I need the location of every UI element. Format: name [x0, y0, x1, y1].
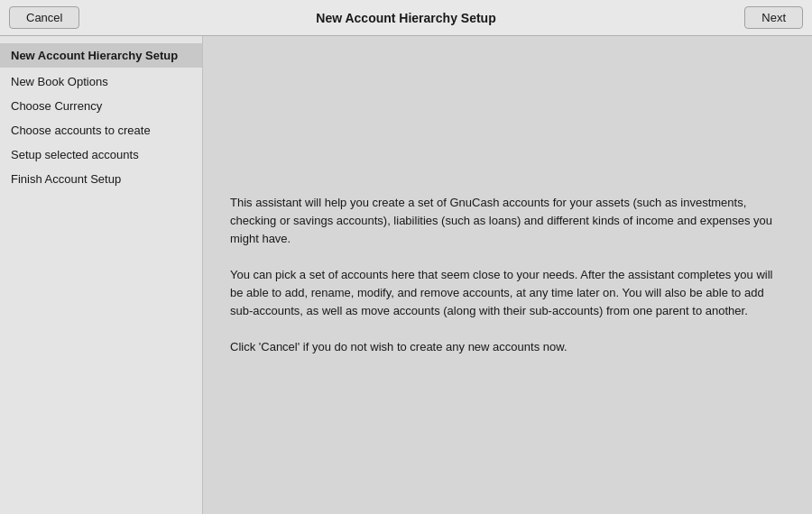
- sidebar-item-choose-accounts[interactable]: Choose accounts to create: [0, 118, 202, 142]
- sidebar-item-setup-accounts[interactable]: Setup selected accounts: [0, 142, 202, 167]
- content-paragraph-1: This assistant will help you create a se…: [230, 194, 785, 248]
- header-bar: Cancel New Account Hierarchy Setup Next: [0, 0, 812, 36]
- sidebar-item-new-book-options[interactable]: New Book Options: [0, 69, 202, 94]
- sidebar-item-choose-currency[interactable]: Choose Currency: [0, 94, 202, 118]
- sidebar: New Account Hierarchy Setup New Book Opt…: [0, 36, 203, 514]
- content-paragraph-2: You can pick a set of accounts here that…: [230, 266, 785, 320]
- sidebar-header: New Account Hierarchy Setup: [0, 43, 202, 68]
- cancel-button[interactable]: Cancel: [9, 6, 79, 29]
- sidebar-item-finish-setup[interactable]: Finish Account Setup: [0, 167, 202, 191]
- dialog-title: New Account Hierarchy Setup: [316, 11, 495, 25]
- main-layout: New Account Hierarchy Setup New Book Opt…: [0, 36, 812, 514]
- next-button[interactable]: Next: [744, 6, 803, 29]
- content-area: This assistant will help you create a se…: [203, 36, 812, 514]
- content-paragraph-3: Click 'Cancel' if you do not wish to cre…: [230, 338, 785, 356]
